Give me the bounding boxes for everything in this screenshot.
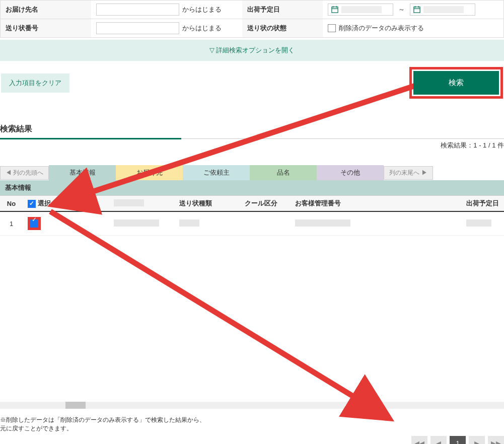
row-checkbox-highlight: [28, 217, 41, 230]
scroll-columns-start[interactable]: ◀ 列の先頭へ: [0, 166, 49, 180]
clear-button[interactable]: 入力項目をクリア: [1, 73, 69, 93]
results-table: 基本情報 No 選択 送り状種類 クール区分 お客様管理番号 出荷予定日 1: [0, 180, 504, 409]
tab-destination[interactable]: お届け先: [116, 165, 183, 180]
scroll-columns-end[interactable]: 列の末尾へ ▶: [384, 166, 433, 180]
svg-rect-0: [332, 7, 338, 13]
triangle-down-icon: ▽: [209, 46, 214, 54]
pager-prev[interactable]: ◀: [430, 436, 447, 444]
date-from[interactable]: [328, 4, 393, 16]
advanced-toggle[interactable]: ▽ 詳細検索オプションを開く: [0, 40, 504, 61]
label-slip-status: 送り状の状態: [242, 19, 323, 37]
label-deleted-only: 削除済のデータのみ表示する: [339, 24, 424, 33]
pager-last[interactable]: ▶▶: [488, 436, 504, 444]
range-separator: ～: [398, 5, 405, 14]
double-chevron-left-icon: ◀◀: [414, 439, 424, 445]
chevron-right-icon: ▶: [421, 169, 427, 176]
checkbox-deleted-only[interactable]: [328, 24, 336, 32]
input-recipient-name[interactable]: [96, 4, 179, 16]
col-customer-no: お客様管理番号: [290, 196, 461, 212]
pager-first[interactable]: ◀◀: [411, 436, 427, 444]
search-button-highlight: 検索: [409, 67, 503, 99]
tab-item[interactable]: 品名: [250, 165, 317, 180]
col-slip-type: 送り状種類: [174, 196, 240, 212]
advanced-toggle-label: 詳細検索オプションを開く: [216, 46, 295, 54]
label-ship-date: 出荷予定日: [242, 1, 323, 19]
svg-rect-4: [414, 7, 420, 13]
search-button[interactable]: 検索: [413, 71, 499, 95]
suffix-tracking: からはじまる: [182, 24, 222, 33]
date-to[interactable]: [410, 4, 475, 16]
chevron-left-icon: ◀: [436, 439, 441, 445]
group-header-basic: 基本情報: [0, 180, 504, 195]
pagination: ◀◀ ◀ 1 ▶ ▶▶: [411, 436, 504, 444]
col-ship-date: 出荷予定日: [461, 196, 504, 212]
table-row[interactable]: 1: [0, 211, 504, 236]
tab-other[interactable]: その他: [317, 165, 384, 180]
label-recipient-name: お届け先名: [1, 1, 91, 19]
footer-note: ※削除したデータは「削除済のデータのみ表示する」で検索した結果から、 元に戻すこ…: [0, 416, 504, 433]
row-select-checkbox[interactable]: [30, 219, 38, 228]
search-form: お届け先名 からはじまる 出荷予定日 ～ 送り状番号 からはじまる: [0, 0, 504, 38]
tab-basic[interactable]: 基本情報: [49, 165, 116, 180]
col-no: No: [0, 196, 23, 212]
pager-page-1[interactable]: 1: [450, 436, 466, 444]
chevron-left-icon: ◀: [6, 169, 12, 176]
input-tracking-no[interactable]: [96, 22, 179, 34]
tab-sender[interactable]: ご依頼主: [183, 165, 250, 180]
horizontal-scrollbar[interactable]: [0, 402, 504, 409]
chevron-right-icon: ▶: [474, 439, 479, 445]
calendar-icon: [413, 6, 420, 13]
double-chevron-right-icon: ▶▶: [491, 439, 501, 445]
col-slip-format: [109, 196, 174, 212]
pager-next[interactable]: ▶: [469, 436, 485, 444]
label-tracking-no: 送り状番号: [1, 19, 91, 37]
results-title: 検索結果: [0, 124, 504, 139]
select-all-checkbox[interactable]: [28, 200, 36, 208]
suffix-recipient: からはじまる: [182, 5, 222, 14]
cell-no: 1: [0, 211, 23, 236]
col-cool: クール区分: [240, 196, 290, 212]
calendar-icon: [331, 6, 338, 13]
col-select: 選択: [23, 196, 109, 212]
results-count: 検索結果：1 - 1 / 1 件: [0, 141, 504, 150]
